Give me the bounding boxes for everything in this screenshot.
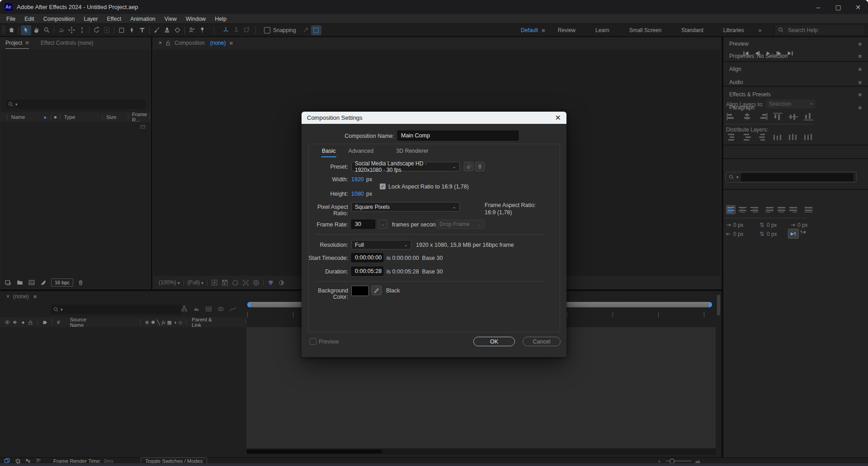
camera-tool-icon[interactable] <box>102 25 112 35</box>
preview-panel-menu-icon[interactable]: ≡ <box>858 41 862 47</box>
justify-all-icon[interactable] <box>804 205 813 214</box>
help-search-input[interactable] <box>787 27 857 34</box>
column-name[interactable]: Name <box>11 114 25 120</box>
text-direction-rtl-button[interactable]: ¶◀ <box>800 230 806 234</box>
close-tab-icon[interactable]: × <box>159 40 162 46</box>
zoom-tool-icon[interactable] <box>42 25 52 35</box>
distribute-left-icon[interactable] <box>773 134 783 141</box>
eraser-tool-icon[interactable] <box>172 25 183 35</box>
column-type[interactable]: Type <box>64 114 75 120</box>
composition-panel-menu-icon[interactable]: ≡ <box>229 40 233 47</box>
indent-left-margin-field[interactable]: ⇥0 px <box>726 221 744 228</box>
composition-name-input[interactable]: Main Comp <box>397 131 519 141</box>
fast-preview-icon[interactable] <box>211 279 218 286</box>
distribute-center-vertical-icon[interactable] <box>742 134 752 141</box>
timeline-zoom-slider-knob[interactable] <box>670 459 675 464</box>
text-direction-ltr-button[interactable]: ▶¶ <box>788 229 799 239</box>
start-timecode-input[interactable]: 0:00:00:00 <box>351 253 383 262</box>
dolly-camera-tool-icon[interactable] <box>77 25 87 35</box>
menu-composition[interactable]: Composition <box>39 16 79 22</box>
brush-tool-icon[interactable] <box>151 25 162 35</box>
graph-editor-icon[interactable] <box>230 306 236 312</box>
properties-panel-menu-icon[interactable]: ≡ <box>858 53 862 60</box>
workspace-review[interactable]: Review <box>548 27 585 33</box>
cancel-button[interactable]: Cancel <box>523 337 561 346</box>
tab-advanced[interactable]: Advanced <box>349 148 374 154</box>
pen-tool-icon[interactable] <box>127 25 137 35</box>
menu-effect[interactable]: Effect <box>102 16 126 22</box>
menu-layer[interactable]: Layer <box>79 16 102 22</box>
timeline-tab-none[interactable]: (none) <box>13 293 29 300</box>
align-center-horizontal-icon[interactable] <box>742 113 752 120</box>
rectangle-tool-icon[interactable] <box>116 25 127 35</box>
resolution-dropdown[interactable]: Full⌄ <box>351 240 411 249</box>
align-text-left-icon[interactable] <box>726 205 736 214</box>
project-bpc-button[interactable]: 16 bpc <box>51 278 73 287</box>
background-color-swatch[interactable] <box>351 286 369 296</box>
view-axis-mode-icon[interactable] <box>241 25 252 35</box>
orbit-camera-tool-icon[interactable] <box>56 25 66 35</box>
close-button[interactable]: ✕ <box>848 0 868 14</box>
workspace-standard[interactable]: Standard <box>671 27 713 33</box>
last-frame-icon[interactable] <box>787 51 794 56</box>
new-folder-icon[interactable] <box>16 279 24 286</box>
timeline-zoom-slider[interactable] <box>666 461 691 461</box>
frame-rate-dropdown-button[interactable]: ⌄ <box>378 220 387 229</box>
snapping-checkbox[interactable] <box>264 27 270 33</box>
align-panel-title[interactable]: Align <box>729 66 741 73</box>
menu-window[interactable]: Window <box>181 16 210 22</box>
pan-behind-icon[interactable] <box>253 279 259 286</box>
project-flowchart-icon[interactable] <box>40 279 47 286</box>
audio-panel-title[interactable]: Audio <box>729 79 743 86</box>
eyedropper-button[interactable] <box>372 286 382 295</box>
align-left-icon[interactable] <box>727 113 736 120</box>
play-icon[interactable] <box>765 51 771 56</box>
workspace-overflow-icon[interactable]: » <box>754 27 766 33</box>
pixel-aspect-ratio-dropdown[interactable]: Square Pixels⌄ <box>351 202 460 212</box>
menu-edit[interactable]: Edit <box>20 16 39 22</box>
menu-animation[interactable]: Animation <box>126 16 160 22</box>
audio-icon[interactable] <box>13 320 18 325</box>
indent-right-margin-field[interactable]: ⇤0 px <box>726 231 744 237</box>
column-parent-link[interactable]: Parent & Link <box>192 317 219 328</box>
preset-dropdown[interactable]: Social Media Landscape HD · 1920x1080 · … <box>351 162 460 171</box>
column-size[interactable]: Size <box>106 114 116 120</box>
zoom-out-mountain-icon[interactable] <box>658 459 663 463</box>
transparency-grid-icon[interactable] <box>222 279 228 286</box>
lock-aspect-ratio-checkbox[interactable]: ✓ <box>380 184 386 189</box>
distribute-right-icon[interactable] <box>804 134 813 141</box>
align-center-vertical-icon[interactable] <box>788 113 798 120</box>
preview-checkbox[interactable] <box>310 338 316 345</box>
align-top-icon[interactable] <box>773 113 783 120</box>
justify-last-right-icon[interactable] <box>788 205 798 214</box>
sort-ascending-icon[interactable]: ▲ <box>43 115 47 119</box>
mask-snapping-icon[interactable] <box>311 25 321 35</box>
next-frame-icon[interactable] <box>775 51 783 56</box>
column-source-name[interactable]: Source Name <box>70 317 97 328</box>
menu-help[interactable]: Help <box>210 16 231 22</box>
width-value[interactable]: 1920 <box>351 176 364 183</box>
workspace-small-screen[interactable]: Small Screen <box>619 27 671 33</box>
close-tab-icon[interactable]: × <box>6 293 9 300</box>
draft-3d-icon[interactable] <box>193 306 200 312</box>
work-area-end-handle[interactable] <box>709 302 712 307</box>
menu-view[interactable]: View <box>160 16 181 22</box>
label-color-icon[interactable] <box>42 320 47 325</box>
space-after-field[interactable]: ⇅0 px <box>760 231 777 237</box>
solo-icon[interactable]: ● <box>22 320 25 325</box>
label-color-icon[interactable] <box>54 114 57 120</box>
effects-presets-search-input[interactable] <box>741 173 854 181</box>
zoom-in-mountain-icon[interactable] <box>694 459 701 463</box>
minimize-button[interactable]: – <box>808 0 828 14</box>
justify-last-left-icon[interactable] <box>765 205 774 214</box>
audio-panel-menu-icon[interactable]: ≡ <box>858 79 862 86</box>
viewer-zoom-dropdown[interactable]: (100%) ▾ <box>159 279 180 286</box>
roto-brush-tool-icon[interactable] <box>187 25 197 35</box>
home-tool-icon[interactable] <box>6 25 17 35</box>
maximize-button[interactable]: ▢ <box>828 0 848 14</box>
tab-composition[interactable]: Composition <box>175 40 205 46</box>
duration-input[interactable]: 0:00:05:28 <box>351 267 383 276</box>
region-of-interest-icon[interactable] <box>242 279 249 286</box>
previous-frame-icon[interactable] <box>754 51 761 56</box>
shy-layers-icon[interactable] <box>205 306 212 312</box>
